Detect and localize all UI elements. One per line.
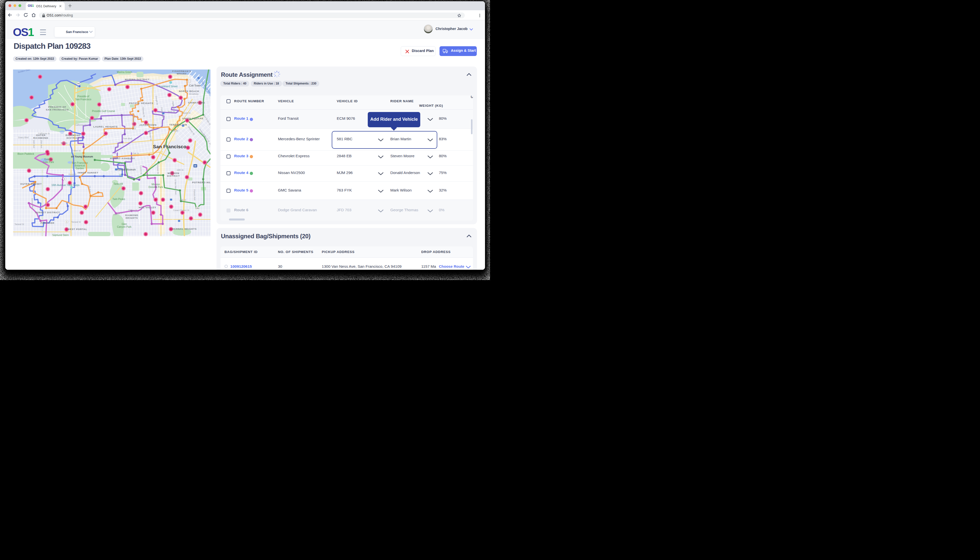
svg-text:PARKSIDE: PARKSIDE [40,222,55,224]
svg-text:Gate Park: Gate Park [42,161,54,163]
svg-text:Oak St: Oak St [132,152,139,155]
svg-text:16th Avenue Tiled Steps: 16th Avenue Tiled Steps [51,184,80,187]
svg-text:Castro St: Castro St [140,165,142,174]
svg-text:UNION SQUARE: UNION SQUARE [182,117,203,120]
svg-text:1: 1 [66,221,67,223]
svg-text:Turk St: Turk St [171,130,178,132]
svg-text:Golden: Golden [44,158,52,161]
svg-text:Randall Museum: Randall Museum [117,168,135,171]
svg-text:Taraval St: Taraval St [15,223,24,225]
svg-text:Broadway: Broadway [189,93,198,95]
svg-text:80: 80 [194,165,196,167]
svg-text:Mission: Mission [151,183,160,186]
svg-text:SUNSET DISTRICT: SUNSET DISTRICT [35,211,60,214]
svg-text:OUTER SUNSET: OUTER SUNSET [20,182,42,185]
svg-text:JAPANTOWN: JAPANTOWN [139,123,157,126]
svg-text:Turk Blvd: Turk Blvd [123,137,132,140]
svg-text:Coit Tower: Coit Tower [189,84,201,87]
svg-text:24th St: 24th St [179,199,186,201]
svg-text:MISSION: MISSION [168,172,179,175]
svg-text:Presidio of: Presidio of [77,95,89,98]
svg-text:Fulton St: Fulton St [72,150,81,152]
svg-text:101: 101 [77,83,80,85]
svg-text:1: 1 [64,178,65,180]
svg-text:PACIFIC HEIGHTS: PACIFIC HEIGHTS [129,102,153,105]
svg-text:101: 101 [196,207,199,209]
svg-text:TENDERLOIN: TENDERLOIN [169,123,187,126]
svg-text:Presidio Golf Course: Presidio Golf Course [92,110,115,112]
svg-text:Marina Green: Marina Green [117,71,132,73]
svg-text:California St: California St [75,124,87,126]
svg-text:de Young Museum: de Young Museum [71,155,93,158]
svg-text:Botanical: Botanical [75,164,85,167]
svg-text:POTRERO HILL: POTRERO HILL [192,181,210,184]
svg-text:MARINA DISTRICT: MARINA DISTRICT [125,78,150,81]
svg-text:Bison Paddock: Bison Paddock [17,152,34,155]
svg-text:Bush St: Bush St [183,112,190,114]
svg-text:Dolores St: Dolores St [156,164,159,174]
svg-text:SAN FRANCISCO: SAN FRANCISCO [46,108,69,111]
svg-text:Balboa: Balboa [61,142,68,144]
svg-text:NORTH BEACH: NORTH BEACH [179,90,199,92]
svg-text:Sunset Blvd: Sunset Blvd [31,198,34,210]
svg-text:16th St: 16th St [177,169,183,171]
svg-text:San Francisco: San Francisco [153,144,187,149]
svg-text:DIAMOND: DIAMOND [125,214,138,217]
svg-text:RICHMOND: RICHMOND [33,137,48,139]
svg-text:34th Ave: 34th Ave [32,140,35,148]
svg-text:Taraval St: Taraval St [71,221,81,223]
svg-text:Sigmund Stern: Sigmund Stern [52,234,69,236]
svg-text:BERNAL HEIGHTS: BERNAL HEIGHTS [172,228,197,230]
svg-text:Cesar Chavez St: Cesar Chavez St [173,209,189,212]
svg-text:Canyon Park: Canyon Park [117,225,132,228]
svg-text:Geary Blvd: Geary Blvd [125,128,135,130]
svg-text:Twin Peaks: Twin Peaks [112,198,125,200]
svg-text:San Francisco: San Francisco [72,162,88,164]
svg-text:Dolores Park: Dolores Park [148,186,163,188]
svg-text:Glen: Glen [122,223,127,225]
svg-text:California St: California St [38,132,50,135]
svg-text:Pine St: Pine St [168,110,175,113]
svg-text:WEST PORTAL: WEST PORTAL [67,228,87,230]
svg-text:LAUREL HEIGHTS: LAUREL HEIGHTS [93,125,118,128]
svg-text:RICHMOND: RICHMOND [65,134,80,137]
svg-text:CHINATOWN: CHINATOWN [188,101,205,104]
svg-text:NOE VALLEY: NOE VALLEY [138,206,156,209]
svg-text:Garden: Garden [75,167,84,170]
svg-text:WHARF: WHARF [177,72,187,75]
svg-text:INNER SUNSET: INNER SUNSET [78,171,98,174]
svg-text:Tank Hill: Tank Hill [113,182,123,185]
svg-text:HAIGHT-ASHBURY: HAIGHT-ASHBURY [110,157,135,160]
svg-text:DISTRICT: DISTRICT [167,175,180,177]
svg-text:HEIGHTS: HEIGHTS [125,217,138,219]
svg-text:DISTRICT: DISTRICT [67,137,80,139]
svg-text:Potrero Ave: Potrero Ave [193,189,196,200]
svg-text:S Van Ness Ave: S Van Ness Ave [174,179,177,195]
svg-text:Lombard Street: Lombard Street [159,85,177,88]
svg-text:PRESIDIO OF: PRESIDIO OF [48,105,66,108]
svg-text:Irving St: Irving St [68,173,77,175]
svg-text:San Francisco: San Francisco [75,98,91,101]
svg-text:25th Ave: 25th Ave [40,140,43,148]
svg-text:Clipper St: Clipper St [128,209,137,212]
svg-text:Geary Blvd: Geary Blvd [18,136,28,139]
